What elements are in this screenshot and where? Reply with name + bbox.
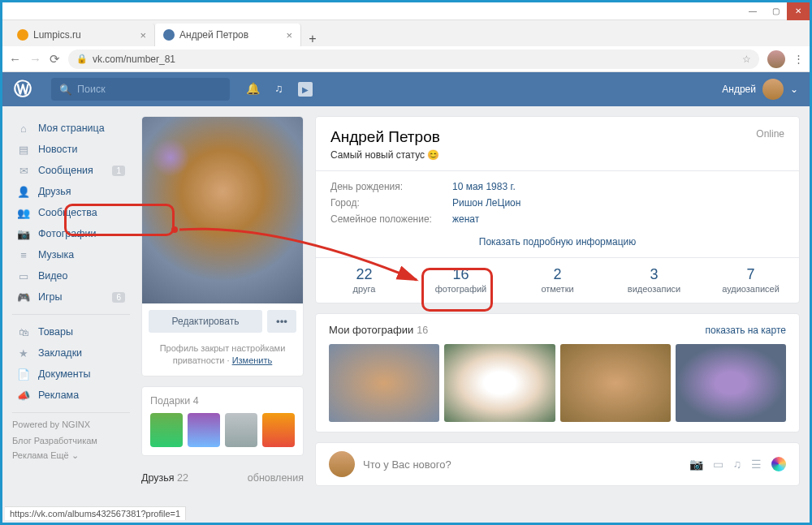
gifts-header[interactable]: Подарки 4: [150, 395, 295, 407]
right-column: Андрей Петров Самый новый статус 😊 Onlin…: [315, 116, 800, 523]
star-icon: ★: [17, 347, 30, 359]
chrome-profile-avatar[interactable]: [767, 50, 785, 68]
close-icon[interactable]: ×: [286, 29, 292, 41]
window-minimize[interactable]: —: [741, 2, 764, 20]
photo-thumb[interactable]: [329, 344, 439, 422]
sidebar-item-market[interactable]: 🛍Товары: [12, 321, 130, 342]
megaphone-icon: 📣: [17, 389, 30, 402]
bell-icon[interactable]: 🔔: [246, 82, 260, 97]
search-placeholder: Поиск: [77, 84, 106, 95]
avatar: [762, 79, 784, 100]
tab-title: Lumpics.ru: [33, 29, 81, 41]
play-icon[interactable]: ▶: [298, 82, 313, 97]
vk-header: Ⓦ 🔍 Поиск 🔔 ♫ ▶ Андрей ⌄: [2, 72, 810, 106]
sidebar-item-music[interactable]: ≡Музыка: [12, 244, 130, 265]
counter-photos[interactable]: 16фотографий: [412, 258, 509, 303]
poster-background-icon[interactable]: [771, 457, 786, 471]
person-icon: 👤: [17, 186, 30, 198]
vk-header-user[interactable]: Андрей ⌄: [722, 79, 798, 100]
sidebar-item-news[interactable]: ▤Новости: [12, 139, 130, 160]
post-input[interactable]: Что у Вас нового?: [363, 458, 681, 471]
gamepad-icon: 🎮: [17, 291, 30, 303]
profile-info-card: Андрей Петров Самый новый статус 😊 Onlin…: [315, 116, 800, 303]
more-button[interactable]: •••: [267, 310, 296, 333]
sidebar-item-games[interactable]: 🎮Игры6: [12, 286, 130, 308]
photos-title[interactable]: Мои фотографии: [329, 324, 413, 336]
film-icon: ▭: [17, 270, 30, 282]
sidebar-item-ads[interactable]: 📣Реклама: [12, 385, 130, 406]
counter-friends[interactable]: 22друга: [316, 258, 412, 303]
edit-profile-button[interactable]: Редактировать: [149, 310, 262, 333]
tab-lumpics[interactable]: Lumpics.ru ×: [9, 24, 155, 46]
privacy-change-link[interactable]: Изменить: [232, 355, 273, 365]
sidebar-item-friends[interactable]: 👤Друзья: [12, 181, 130, 202]
search-icon: 🔍: [59, 84, 72, 96]
people-icon: 👥: [17, 207, 30, 219]
sidebar-item-video[interactable]: ▭Видео: [12, 265, 130, 286]
photo-thumb[interactable]: [676, 344, 786, 422]
camera-icon: 📷: [17, 228, 30, 240]
profile-status[interactable]: Самый новый статус 😊: [330, 149, 440, 161]
friends-block-header[interactable]: Друзья 22 обновления: [141, 466, 304, 484]
info-row-city: Город:Ришон ЛеЦион: [330, 197, 784, 209]
url-text: vk.com/number_81: [93, 54, 175, 65]
gift-item[interactable]: [262, 413, 295, 447]
browser-tabs: Lumpics.ru × Андрей Петров × +: [2, 20, 810, 46]
footer-links-2[interactable]: Реклама Ещё ⌄: [12, 450, 130, 461]
vk-body: ⌂Моя страница ▤Новости ✉Сообщения1 👤Друз…: [2, 106, 810, 523]
sidebar-item-photos[interactable]: 📷Фотографии: [12, 223, 130, 244]
address-bar-row: ← → ⟳ 🔒 vk.com/number_81 ☆ ⋮: [2, 46, 810, 72]
online-status: Online: [756, 128, 784, 140]
url-input[interactable]: 🔒 vk.com/number_81 ☆: [68, 49, 759, 69]
music-icon[interactable]: ♫: [733, 458, 742, 471]
back-icon[interactable]: ←: [9, 52, 21, 66]
reload-icon[interactable]: ⟳: [50, 52, 60, 67]
gift-item[interactable]: [188, 413, 220, 447]
counter-videos[interactable]: 3видеозаписи: [606, 258, 702, 303]
gifts-block: Подарки 4: [141, 386, 304, 456]
new-post-box: Что у Вас нового? 📷 ▭ ♫ ☰: [315, 442, 800, 486]
chrome-menu-icon[interactable]: ⋮: [793, 53, 803, 65]
window-close[interactable]: ✕: [787, 2, 810, 20]
gift-item[interactable]: [150, 413, 183, 447]
photos-block: Мои фотографии 16 показать на карте: [315, 313, 800, 432]
photo-thumb[interactable]: [444, 344, 555, 422]
nav-separator: [12, 412, 130, 413]
sidebar-item-bookmarks[interactable]: ★Закладки: [12, 342, 130, 364]
nav-separator: [12, 314, 130, 315]
music-icon[interactable]: ♫: [274, 82, 283, 97]
bookmark-icon[interactable]: ☆: [742, 54, 751, 65]
new-tab-button[interactable]: +: [301, 32, 324, 46]
note-icon[interactable]: ☰: [751, 458, 762, 471]
counter-audio[interactable]: 7аудиозаписей: [702, 258, 799, 303]
window-titlebar: — ▢ ✕: [2, 2, 810, 20]
browser-status-bar: https://vk.com/albums432567381?profile=1: [5, 506, 186, 520]
favicon-icon: [17, 29, 28, 41]
counter-tags[interactable]: 2отметки: [509, 258, 606, 303]
show-on-map-link[interactable]: показать на карте: [706, 325, 787, 336]
middle-column: Редактировать ••• Профиль закрыт настрой…: [141, 116, 304, 523]
favicon-icon: [163, 29, 175, 41]
vk-search-input[interactable]: 🔍 Поиск: [51, 78, 230, 101]
sidebar-item-docs[interactable]: 📄Документы: [12, 364, 130, 385]
video-icon[interactable]: ▭: [713, 458, 723, 471]
profile-counters: 22друга 16фотографий 2отметки 3видеозапи…: [316, 257, 799, 303]
close-icon[interactable]: ×: [140, 29, 146, 41]
sidebar-item-groups[interactable]: 👥Сообщества: [12, 202, 130, 223]
vk-header-icons: 🔔 ♫ ▶: [246, 82, 313, 97]
browser-window: — ▢ ✕ Lumpics.ru × Андрей Петров × + ← →…: [0, 0, 812, 525]
gift-item[interactable]: [225, 413, 257, 447]
show-more-info-link[interactable]: Показать подробную информацию: [330, 230, 784, 247]
profile-photo[interactable]: [142, 117, 303, 303]
vk-logo[interactable]: Ⓦ: [14, 77, 32, 101]
camera-icon[interactable]: 📷: [689, 458, 703, 471]
footer-links-1[interactable]: Блог Разработчикам: [12, 436, 130, 445]
window-maximize[interactable]: ▢: [764, 2, 787, 20]
sidebar-item-my-page[interactable]: ⌂Моя страница: [12, 118, 130, 139]
sidebar-item-messages[interactable]: ✉Сообщения1: [12, 160, 130, 181]
photos-count: 16: [417, 325, 428, 336]
photo-thumb[interactable]: [560, 344, 671, 422]
tab-vk-profile[interactable]: Андрей Петров ×: [155, 24, 301, 46]
newspaper-icon: ▤: [17, 144, 30, 156]
lock-icon: 🔒: [76, 54, 88, 64]
